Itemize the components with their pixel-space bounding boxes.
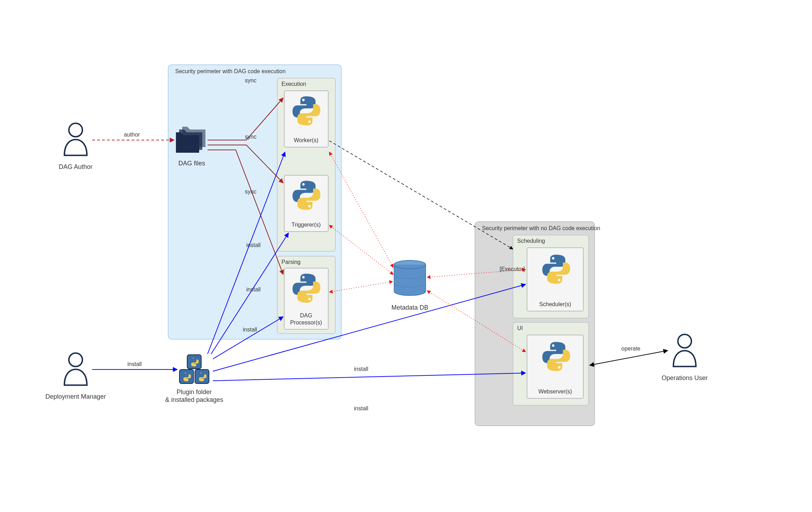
perimeter-no-dag-exec-label: Security perimeter with no DAG code exec… (482, 225, 600, 231)
actor-operations-user-label: Operations User (661, 374, 708, 381)
edge-author-label: author (124, 132, 140, 138)
component-triggerers: Triggerer(s) (284, 175, 328, 232)
packages-icon (179, 355, 209, 384)
node-plugin-folder-label1: Plugin folder (177, 388, 212, 396)
group-ui-label: UI (517, 325, 523, 331)
node-metadata-db: Metadata DB (391, 260, 428, 311)
component-schedulers-label: Scheduler(s) (539, 301, 571, 307)
component-dag-processors-label1: DAG (300, 312, 312, 318)
edge-install-dagproc-label: install (246, 286, 261, 292)
component-dag-processors: DAG Processor(s) (284, 268, 328, 329)
component-triggerers-label: Triggerer(s) (292, 222, 321, 228)
edge-sync-workers-label: sync (245, 77, 256, 83)
component-dag-processors-label2: Processor(s) (290, 320, 322, 325)
actor-dag-author-label: DAG Author (59, 163, 93, 170)
database-icon (394, 260, 426, 296)
edge-sync-triggerers-label: sync (245, 134, 256, 140)
component-workers-label: Worker(s) (294, 137, 318, 143)
actor-dag-author: DAG Author (59, 123, 93, 170)
actor-deployment-manager: Deployment Manager (45, 353, 106, 400)
files-icon (176, 127, 205, 153)
edge-install-depmgr-label: install (127, 361, 142, 367)
perimeter-dag-exec-label: Security perimeter with DAG code executi… (175, 68, 286, 74)
edge-install-triggerers-label: install (246, 242, 261, 248)
person-icon (673, 334, 696, 366)
actor-deployment-manager-label: Deployment Manager (45, 393, 106, 400)
svg-rect-14 (187, 355, 201, 369)
component-webservers-label: Webserver(s) (538, 388, 572, 394)
edge-sync-dagproc-label: sync (245, 189, 256, 195)
component-webservers: Webserver(s) (527, 335, 583, 398)
edge-operate-label: operate (621, 346, 640, 352)
svg-rect-15 (179, 369, 194, 384)
person-icon (64, 353, 87, 385)
node-dag-files-label: DAG files (178, 160, 205, 167)
svg-rect-16 (195, 369, 209, 384)
node-plugin-folder-label2: & installed packages (165, 396, 223, 403)
group-parsing-label: Parsing (281, 259, 300, 265)
node-plugin-folder: Plugin folder & installed packages (165, 355, 223, 403)
edge-operate (590, 350, 668, 365)
edge-install-workers-label: install (243, 327, 257, 333)
group-scheduling-label: Scheduling (517, 238, 545, 244)
person-icon (64, 123, 87, 155)
edge-install-webserver-label: install (354, 405, 368, 411)
diagram-canvas: Security perimeter with DAG code executi… (0, 0, 812, 512)
group-execution-label: Execution (281, 81, 306, 87)
node-metadata-db-label: Metadata DB (391, 304, 428, 311)
node-dag-files: DAG files (176, 127, 205, 167)
actor-operations-user: Operations User (661, 334, 708, 381)
edge-install-scheduler-label: install (354, 366, 368, 372)
component-workers: Worker(s) (284, 91, 328, 147)
